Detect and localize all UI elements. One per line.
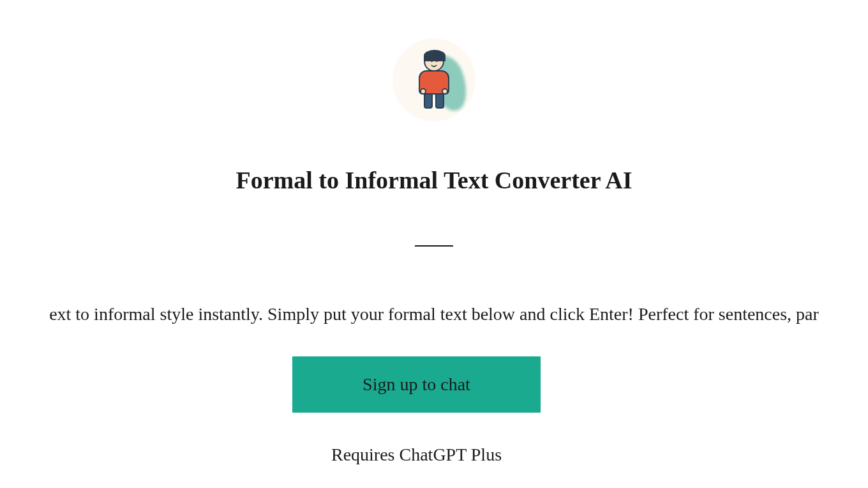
page-title: Formal to Informal Text Converter AI: [236, 166, 632, 194]
avatar-container: [393, 38, 475, 121]
person-icon: [419, 51, 449, 109]
requires-label: Requires ChatGPT Plus: [331, 445, 502, 465]
description-text: ext to informal style instantly. Simply …: [49, 304, 819, 324]
signup-button[interactable]: Sign up to chat: [292, 356, 541, 413]
divider: [415, 245, 453, 247]
